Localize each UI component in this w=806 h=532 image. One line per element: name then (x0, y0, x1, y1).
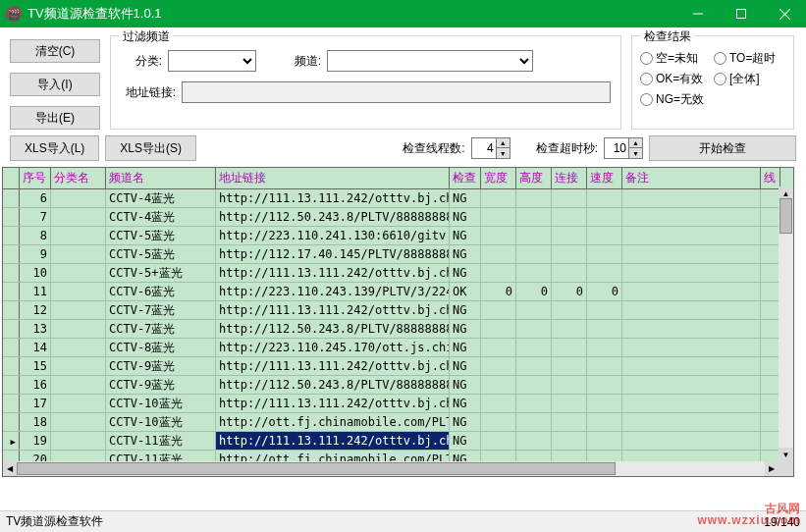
col-width[interactable]: 宽度 (481, 168, 516, 188)
cell-seq[interactable]: 18 (20, 413, 51, 431)
data-grid[interactable]: 序号 分类名 频道名 地址链接 检查 宽度 高度 连接 速度 备注 线 6CCT… (2, 167, 794, 477)
cell-category[interactable] (51, 189, 106, 207)
table-row[interactable]: 15CCTV-9蓝光http://111.13.111.242/otttv.bj… (3, 357, 793, 376)
cell-channel[interactable]: CCTV-10蓝光 (106, 413, 216, 431)
cell-seq[interactable]: 13 (20, 320, 51, 338)
cell-check[interactable]: NG (450, 339, 481, 356)
table-row[interactable]: 18CCTV-10蓝光http://ott.fj.chinamobile.com… (3, 413, 793, 432)
radio-timeout[interactable]: TO=超时 (714, 50, 785, 67)
cell-seq[interactable]: 17 (20, 395, 51, 412)
cell-channel[interactable]: CCTV-8蓝光 (106, 339, 216, 356)
cell-url[interactable]: http://223.110.241.130:6610/gitv. (216, 227, 450, 244)
cell-speed[interactable] (587, 208, 622, 226)
cell-height[interactable] (516, 227, 552, 244)
cell-category[interactable] (51, 264, 106, 282)
cell-seq[interactable]: 16 (20, 376, 51, 394)
cell-category[interactable] (51, 432, 106, 450)
cell-category[interactable] (51, 376, 106, 394)
cell-url[interactable]: http://ott.fj.chinamobile.com/PLT (216, 413, 450, 431)
cell-speed[interactable] (587, 245, 622, 263)
cell-height[interactable] (516, 208, 552, 226)
minimize-button[interactable] (676, 0, 720, 27)
cell-url[interactable]: http://111.13.111.242/otttv.bj.ch (216, 395, 450, 412)
threads-spinner[interactable]: ▲▼ (471, 137, 510, 159)
cell-check[interactable]: NG (450, 376, 481, 394)
import-button[interactable]: 导入(I) (10, 73, 100, 96)
table-row[interactable]: 7CCTV-4蓝光http://112.50.243.8/PLTV/888888… (3, 208, 793, 227)
cell-note[interactable] (622, 264, 761, 282)
horizontal-scrollbar[interactable]: ◀ ▶ (3, 461, 779, 476)
v-scroll-thumb[interactable] (779, 198, 792, 234)
cell-width[interactable] (481, 376, 516, 394)
cell-height[interactable] (516, 395, 552, 412)
cell-category[interactable] (51, 395, 106, 412)
cell-speed[interactable] (587, 357, 622, 375)
cell-channel[interactable]: CCTV-7蓝光 (106, 320, 216, 338)
col-check[interactable]: 检查 (450, 168, 481, 188)
table-row[interactable]: 8CCTV-5蓝光http://223.110.241.130:6610/git… (3, 227, 793, 245)
cell-channel[interactable]: CCTV-9蓝光 (106, 357, 216, 375)
cell-url[interactable]: http://111.13.111.242/otttv.bj.ch (216, 301, 450, 319)
col-speed[interactable]: 速度 (587, 168, 622, 188)
cell-seq[interactable]: 9 (20, 245, 51, 263)
cell-height[interactable] (516, 376, 552, 394)
cell-connect[interactable] (552, 432, 587, 450)
threads-input[interactable] (472, 138, 496, 158)
cell-category[interactable] (51, 227, 106, 244)
xls-export-button[interactable]: XLS导出(S) (105, 135, 196, 161)
h-scroll-thumb[interactable] (17, 462, 616, 475)
cell-note[interactable] (622, 320, 761, 338)
cell-category[interactable] (51, 320, 106, 338)
table-row[interactable]: 16CCTV-9蓝光http://112.50.243.8/PLTV/88888… (3, 376, 793, 395)
cell-category[interactable] (51, 413, 106, 431)
col-url[interactable]: 地址链接 (216, 168, 450, 188)
cell-url[interactable]: http://112.50.243.8/PLTV/88888888 (216, 208, 450, 226)
table-row[interactable]: 6CCTV-4蓝光http://111.13.111.242/otttv.bj.… (3, 189, 793, 208)
col-thread[interactable]: 线 (761, 168, 780, 188)
cell-connect[interactable] (552, 339, 587, 356)
xls-import-button[interactable]: XLS导入(L) (10, 135, 99, 161)
cell-category[interactable] (51, 357, 106, 375)
cell-height[interactable] (516, 301, 552, 319)
cell-check[interactable]: NG (450, 432, 481, 450)
cell-check[interactable]: OK (450, 283, 481, 300)
cell-category[interactable] (51, 245, 106, 263)
cell-height[interactable] (516, 413, 552, 431)
cell-category[interactable] (51, 301, 106, 319)
col-category[interactable]: 分类名 (51, 168, 106, 188)
timeout-up-icon[interactable]: ▲ (628, 138, 642, 148)
cell-check[interactable]: NG (450, 320, 481, 338)
col-height[interactable]: 高度 (516, 168, 552, 188)
cell-connect[interactable] (552, 208, 587, 226)
cell-url[interactable]: http://223.110.243.139/PLTV/3/224 (216, 283, 450, 300)
cell-connect[interactable] (552, 413, 587, 431)
col-connect[interactable]: 连接 (552, 168, 587, 188)
cell-speed[interactable] (587, 320, 622, 338)
table-row[interactable]: 12CCTV-7蓝光http://111.13.111.242/otttv.bj… (3, 301, 793, 320)
cell-connect[interactable] (552, 227, 587, 244)
cell-connect[interactable] (552, 376, 587, 394)
col-note[interactable]: 备注 (622, 168, 761, 188)
cell-seq[interactable]: 15 (20, 357, 51, 375)
table-row[interactable]: 17CCTV-10蓝光http://111.13.111.242/otttv.b… (3, 395, 793, 413)
table-row[interactable]: 14CCTV-8蓝光http://223.110.245.170/ott.js.… (3, 339, 793, 357)
cell-url[interactable]: http://112.50.243.8/PLTV/88888888 (216, 320, 450, 338)
cell-width[interactable] (481, 357, 516, 375)
cell-note[interactable] (622, 245, 761, 263)
export-button[interactable]: 导出(E) (10, 106, 100, 130)
cell-connect[interactable] (552, 245, 587, 263)
cell-width[interactable] (481, 339, 516, 356)
cell-height[interactable]: 0 (516, 283, 552, 300)
cell-connect[interactable] (552, 357, 587, 375)
cell-url[interactable]: http://111.13.111.242/otttv.bj.ch (216, 189, 450, 207)
cell-connect[interactable] (552, 301, 587, 319)
cell-seq[interactable]: 6 (20, 189, 51, 207)
cell-channel[interactable]: CCTV-5蓝光 (106, 245, 216, 263)
cell-note[interactable] (622, 432, 761, 450)
table-row[interactable]: 10CCTV-5+蓝光http://111.13.111.242/otttv.b… (3, 264, 793, 283)
cell-url[interactable]: http://112.17.40.145/PLTV/8888888 (216, 245, 450, 263)
col-seq[interactable]: 序号 (20, 168, 51, 188)
cell-url[interactable]: http://112.50.243.8/PLTV/88888888 (216, 376, 450, 394)
cell-width[interactable] (481, 189, 516, 207)
cell-height[interactable] (516, 264, 552, 282)
